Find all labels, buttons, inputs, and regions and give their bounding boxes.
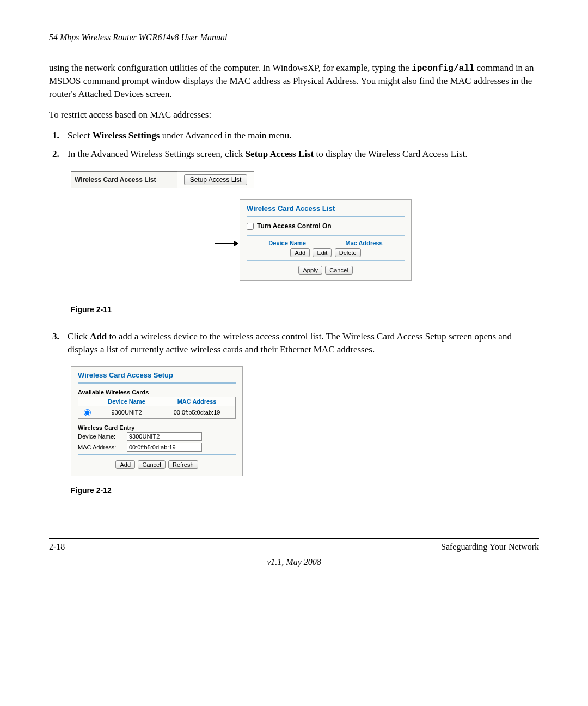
device-name-label: Device Name:: [78, 433, 127, 440]
footer-version: v1.1, May 2008: [49, 557, 539, 567]
page-header: 54 Mbps Wireless Router WGR614v8 User Ma…: [49, 33, 539, 46]
refresh-button[interactable]: Refresh: [168, 460, 198, 469]
step-2-post: to display the Wireless Card Access List…: [314, 149, 467, 159]
step-2-bold: Setup Access List: [246, 149, 314, 159]
intro-paragraph: using the network configuration utilitie…: [49, 62, 539, 101]
step-3-bold: Add: [90, 331, 107, 342]
mac-address-label: MAC Address:: [78, 444, 127, 451]
panel-divider: [78, 454, 236, 455]
edit-button[interactable]: Edit: [313, 248, 332, 257]
restrict-intro: To restrict access based on MAC addresse…: [49, 108, 539, 121]
card-select-radio[interactable]: [84, 409, 91, 416]
step-1: 1. Select Wireless Settings under Advanc…: [49, 129, 539, 142]
device-list-box: Device Name Mac Address Add Edit Delete: [247, 235, 405, 261]
step-2-number: 2.: [52, 148, 68, 161]
figure-2-11-caption: Figure 2-11: [71, 305, 539, 314]
step-1-bold: Wireless Settings: [93, 130, 160, 141]
step-2: 2. In the Advanced Wireless Settings scr…: [49, 148, 539, 161]
column-select: [78, 397, 95, 406]
setup-access-list-button[interactable]: Setup Access List: [184, 174, 248, 185]
delete-button[interactable]: Delete: [335, 248, 361, 257]
available-cards-heading: Available Wireless Cards: [78, 389, 236, 395]
cancel-button[interactable]: Cancel: [325, 266, 352, 275]
footer-page-number: 2-18: [49, 542, 65, 552]
ipconfig-command: ipconfig/all: [412, 64, 474, 74]
footer-section-title: Safeguarding Your Network: [441, 542, 539, 552]
table-row: 9300UNIT2 00:0f:b5:0d:ab:19: [78, 406, 236, 418]
figure-2-11: Wireless Card Access List Setup Access L…: [71, 170, 403, 295]
column-device-name: Device Name: [95, 397, 158, 406]
access-list-panel: Wireless Card Access List Turn Access Co…: [240, 199, 412, 281]
turn-access-control-label: Turn Access Control On: [257, 222, 332, 230]
wireless-card-entry-heading: Wireless Card Entry: [78, 424, 236, 431]
step-1-pre: Select: [68, 130, 93, 141]
step-3-post: to add a wireless device to the wireless…: [68, 331, 512, 355]
step-3-pre: Click: [68, 331, 90, 342]
column-device-name: Device Name: [268, 240, 306, 246]
page-footer: 2-18 Safeguarding Your Network: [49, 538, 539, 552]
row-device-name: 9300UNIT2: [95, 406, 158, 418]
available-cards-table: Device Name MAC Address 9300UNIT2 00:0f:…: [78, 397, 236, 419]
step-1-post: under Advanced in the main menu.: [160, 130, 291, 141]
step-2-pre: In the Advanced Wireless Settings screen…: [68, 149, 246, 159]
connector-line-vertical: [215, 188, 215, 243]
row-mac-address: 00:0f:b5:0d:ab:19: [158, 406, 236, 418]
setup-access-list-box: Setup Access List: [177, 171, 254, 188]
column-mac-address: MAC Address: [158, 397, 236, 406]
table-header-row: Device Name MAC Address: [78, 397, 236, 406]
access-list-panel-title: Wireless Card Access List: [247, 204, 405, 212]
panel-divider: [247, 216, 405, 217]
figure-2-12-caption: Figure 2-12: [71, 486, 539, 495]
access-setup-panel: Wireless Card Access Setup Available Wir…: [71, 366, 243, 476]
mac-address-input[interactable]: [127, 443, 202, 452]
step-1-number: 1.: [52, 129, 68, 142]
figure-2-12: Wireless Card Access Setup Available Wir…: [71, 366, 539, 476]
connector-arrow-icon: [215, 243, 238, 244]
intro-part1: using the network configuration utilitie…: [49, 63, 412, 73]
access-setup-title: Wireless Card Access Setup: [78, 371, 236, 379]
step-3: 3. Click Add to add a wireless device to…: [49, 330, 539, 356]
column-mac-address: Mac Address: [346, 240, 383, 246]
turn-access-control-checkbox[interactable]: [247, 223, 254, 230]
step-3-number: 3.: [52, 330, 68, 356]
panel-divider: [78, 382, 236, 384]
cancel-button[interactable]: Cancel: [138, 460, 165, 469]
add-button[interactable]: Add: [290, 248, 310, 257]
add-button[interactable]: Add: [115, 460, 135, 469]
apply-button[interactable]: Apply: [298, 266, 322, 275]
access-list-label-box: Wireless Card Access List: [71, 171, 182, 188]
device-name-input[interactable]: [127, 432, 202, 441]
